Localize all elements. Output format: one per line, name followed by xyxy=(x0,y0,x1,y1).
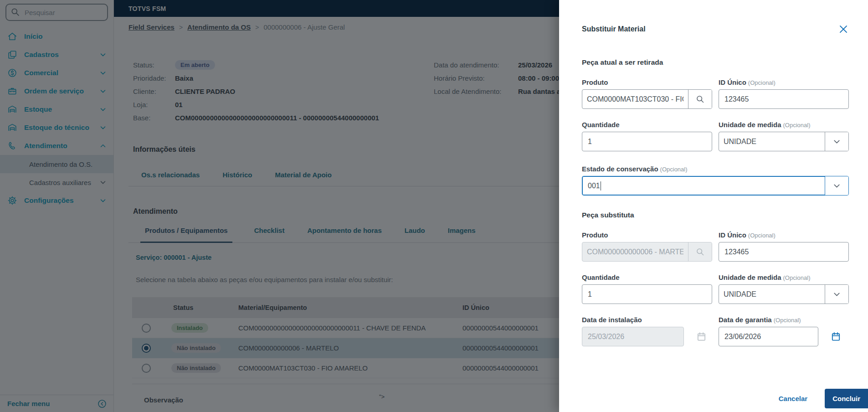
condition-label: Estado de conservação(Opcional) xyxy=(582,165,849,173)
chevron-down-icon[interactable] xyxy=(825,285,848,304)
close-icon[interactable] xyxy=(838,24,849,35)
product-search-button[interactable] xyxy=(688,90,712,108)
app-root: Início Cadastros Comercial Ordem de serv… xyxy=(0,0,868,412)
chevron-down-icon[interactable] xyxy=(825,176,848,195)
replacement-unique-id-input[interactable] xyxy=(719,242,849,262)
current-quantity-input[interactable] xyxy=(582,132,712,151)
product-search-button xyxy=(688,242,712,261)
product-label: Produto xyxy=(582,78,712,86)
current-unit-select[interactable] xyxy=(719,132,849,151)
quantity-label: Quantidade xyxy=(582,273,712,281)
product-label: Produto xyxy=(582,231,712,239)
current-product-field xyxy=(582,89,712,109)
modal-title: Substituir Material xyxy=(582,25,646,33)
section-current-part: Peça atual a ser retirada xyxy=(582,58,849,67)
chevron-down-icon[interactable] xyxy=(825,132,848,151)
text-cursor xyxy=(601,181,601,191)
replacement-product-input xyxy=(582,242,688,261)
install-date-label: Data de instalação xyxy=(582,316,712,324)
quantity-label: Quantidade xyxy=(582,121,712,129)
calendar-icon xyxy=(696,331,707,342)
replacement-unit-value[interactable] xyxy=(719,285,825,304)
current-unique-id-input[interactable] xyxy=(719,89,849,109)
current-product-input[interactable] xyxy=(582,90,688,108)
condition-value: 001 xyxy=(588,182,600,190)
replacement-unit-select[interactable] xyxy=(719,284,849,304)
confirm-button[interactable]: Concluir xyxy=(825,389,868,408)
unique-id-label: ID Único(Opcional) xyxy=(719,231,849,239)
unit-label: Unidade de medida(Opcional) xyxy=(719,121,849,129)
condition-select[interactable]: 001 xyxy=(582,176,849,196)
replacement-quantity-input[interactable] xyxy=(582,284,712,304)
section-replacement-part: Peça substituta xyxy=(582,211,849,219)
unit-label: Unidade de medida(Opcional) xyxy=(719,273,849,281)
substitute-material-modal: Substituir Material Peça atual a ser ret… xyxy=(559,0,868,412)
current-unit-value[interactable] xyxy=(719,132,825,151)
calendar-icon[interactable] xyxy=(831,331,841,342)
warranty-date-label: Data de garantia(Opcional) xyxy=(719,316,849,324)
cancel-button[interactable]: Cancelar xyxy=(779,395,807,402)
install-date-input xyxy=(582,327,684,346)
replacement-product-field xyxy=(582,242,712,262)
unique-id-label: ID Único(Opcional) xyxy=(719,78,849,86)
warranty-date-input[interactable] xyxy=(719,327,818,346)
